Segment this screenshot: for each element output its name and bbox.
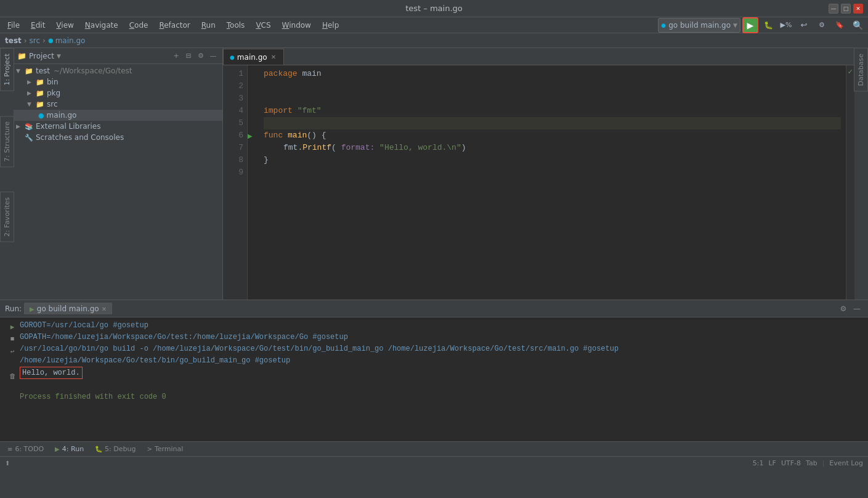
- code-printf-close: ): [461, 142, 466, 154]
- menu-run[interactable]: Run: [197, 20, 221, 31]
- code-package-name: main: [302, 68, 321, 80]
- project-add-button[interactable]: +: [171, 51, 182, 62]
- tree-label-ext[interactable]: External Libraries: [36, 122, 100, 131]
- tree-label-src[interactable]: src: [47, 100, 58, 108]
- project-settings-button[interactable]: ⚙: [195, 51, 206, 62]
- right-tab-database[interactable]: Database: [854, 48, 868, 92]
- left-tab-favorites[interactable]: 2: Favorites: [0, 192, 14, 242]
- tree-item-pkg[interactable]: ▶ 📁 pkg: [14, 88, 222, 99]
- run-tab-go-build[interactable]: ▶ go build main.go ✕: [24, 303, 112, 314]
- menu-code[interactable]: Code: [124, 20, 153, 31]
- menu-file[interactable]: File: [2, 20, 25, 31]
- code-import-fmt: "fmt": [298, 105, 322, 117]
- breadcrumb-filename[interactable]: main.go: [55, 36, 86, 45]
- bottom-tab-todo[interactable]: ≡ 6: TODO: [2, 444, 49, 454]
- tree-item-src[interactable]: ▼ 📁 src: [14, 99, 222, 110]
- console-stop-btn[interactable]: ■: [7, 333, 18, 345]
- project-panel-header: 📁 Project ▼ + ⊟ ⚙ —: [14, 48, 222, 64]
- tree-item-main-go[interactable]: ● main.go: [14, 110, 222, 121]
- menu-edit[interactable]: Edit: [26, 20, 50, 31]
- menu-navigate[interactable]: Navigate: [80, 20, 123, 31]
- code-fmt-pkg: fmt.: [283, 142, 302, 154]
- tree-label-bin[interactable]: bin: [47, 78, 59, 86]
- code-line-3: [264, 92, 841, 105]
- line-numbers: 1 2 3 4 5 6 7 8 9: [223, 65, 248, 300]
- code-line-4: import "fmt": [264, 105, 841, 117]
- coverage-button[interactable]: ▶%: [778, 17, 794, 33]
- code-editor[interactable]: package main import "fmt": [259, 65, 846, 300]
- code-close-brace: }: [264, 154, 269, 166]
- run-tab-icon-bottom: ▶: [55, 446, 60, 452]
- gutter-checkmark: ✓: [848, 68, 853, 76]
- revert-button[interactable]: ↩: [796, 17, 812, 33]
- tab-close-main-go[interactable]: ✕: [270, 54, 277, 60]
- status-divider: |: [822, 459, 825, 467]
- close-button[interactable]: ✕: [853, 4, 863, 14]
- console-line-5: Hello, world.: [20, 367, 863, 379]
- left-tab-project[interactable]: 1: Project: [0, 48, 14, 91]
- tree-item-external-libs[interactable]: ▶ 📚 External Libraries: [14, 121, 222, 132]
- status-indent[interactable]: Tab: [806, 459, 817, 467]
- project-hide-button[interactable]: —: [208, 51, 219, 62]
- run-panel: Run: ▶ go build main.go ✕ ⚙ — ▶ ■ ↩ 🗑: [0, 300, 868, 441]
- editor-area: ● main.go ✕ 1 2 3 4 5 6 7 8: [223, 48, 854, 300]
- tab-main-go[interactable]: ● main.go ✕: [223, 49, 284, 65]
- run-button[interactable]: ▶: [742, 17, 758, 33]
- run-panel-minimize[interactable]: —: [851, 303, 863, 315]
- breadcrumb-test[interactable]: test: [5, 36, 22, 45]
- status-position[interactable]: 5:1: [753, 459, 764, 467]
- editor-content: 1 2 3 4 5 6 7 8 9: [223, 65, 854, 300]
- bottom-tab-debug[interactable]: 🐛 5: Debug: [90, 444, 140, 454]
- menu-view[interactable]: View: [51, 20, 78, 31]
- status-right: 5:1 LF UTF-8 Tab | Event Log: [753, 459, 863, 467]
- hello-world-output: Hello, world.: [20, 367, 83, 379]
- code-func-paren: () {: [307, 129, 326, 142]
- tree-path-test: ~/Workspace/Go/test: [54, 67, 132, 75]
- minimize-button[interactable]: —: [829, 4, 838, 14]
- tree-arrow-test: ▼: [16, 68, 23, 74]
- status-vcs-icon: ⬆: [5, 460, 10, 467]
- tree-item-scratches[interactable]: 🔧 Scratches and Consoles: [14, 132, 222, 143]
- menu-tools[interactable]: Tools: [222, 20, 250, 31]
- menu-vcs[interactable]: VCS: [251, 20, 275, 31]
- run-panel-header: Run: ▶ go build main.go ✕ ⚙ —: [0, 300, 868, 317]
- bottom-tab-terminal[interactable]: > Terminal: [142, 444, 189, 454]
- search-button[interactable]: 🔍: [850, 17, 866, 33]
- left-tab-structure[interactable]: 7: Structure: [0, 116, 14, 167]
- run-tab-close[interactable]: ✕: [102, 306, 107, 312]
- tree-item-bin[interactable]: ▶ 📁 bin: [14, 76, 222, 88]
- run-config-selector[interactable]: ● go build main.go ▼: [658, 18, 740, 33]
- build-button[interactable]: ⚙: [814, 17, 830, 33]
- status-encoding[interactable]: UTF-8: [781, 459, 801, 467]
- project-collapse-button[interactable]: ⊟: [183, 51, 194, 62]
- menu-refactor[interactable]: Refactor: [154, 20, 195, 31]
- console-line-1: GOROOT=/usr/local/go #gosetup: [20, 320, 863, 331]
- status-event-log[interactable]: Event Log: [829, 459, 863, 467]
- console-restart-btn[interactable]: ↩: [7, 346, 18, 357]
- status-line-separator[interactable]: LF: [768, 459, 776, 467]
- editor-tab-bar: ● main.go ✕: [223, 48, 854, 65]
- tree-label-scratch[interactable]: Scratches and Consoles: [36, 133, 124, 142]
- tree-label-main-go[interactable]: main.go: [47, 111, 77, 120]
- console-line-process-finished: Process finished with exit code 0: [20, 391, 863, 402]
- tree-item-test-root[interactable]: ▼ 📁 test ~/Workspace/Go/test: [14, 65, 222, 76]
- debug-button[interactable]: 🐛: [760, 17, 776, 33]
- code-keyword-import: import: [264, 105, 293, 117]
- maximize-button[interactable]: □: [841, 4, 851, 14]
- tree-label-pkg[interactable]: pkg: [47, 89, 60, 97]
- breadcrumb-src[interactable]: src: [30, 36, 41, 45]
- tree-label-test[interactable]: test: [36, 67, 50, 75]
- menu-window[interactable]: Window: [277, 20, 316, 31]
- bottom-tab-run[interactable]: ▶ 4: Run: [50, 444, 89, 454]
- run-gutter-arrow[interactable]: ▶: [248, 129, 259, 142]
- bookmark-button[interactable]: 🔖: [832, 17, 848, 33]
- console-line-3: /usr/local/go/bin/go build -o /home/luze…: [20, 343, 863, 354]
- project-dropdown-arrow[interactable]: ▼: [57, 53, 61, 59]
- tree-icon-ext: 📚: [25, 123, 33, 131]
- run-panel-settings[interactable]: ⚙: [837, 303, 850, 315]
- console-clear-btn[interactable]: 🗑: [7, 370, 18, 382]
- code-hello-string: "Hello, world.\n": [379, 142, 461, 154]
- menu-help[interactable]: Help: [317, 20, 344, 31]
- console-run-btn[interactable]: ▶: [7, 321, 18, 332]
- run-panel-actions: ⚙ —: [837, 303, 863, 315]
